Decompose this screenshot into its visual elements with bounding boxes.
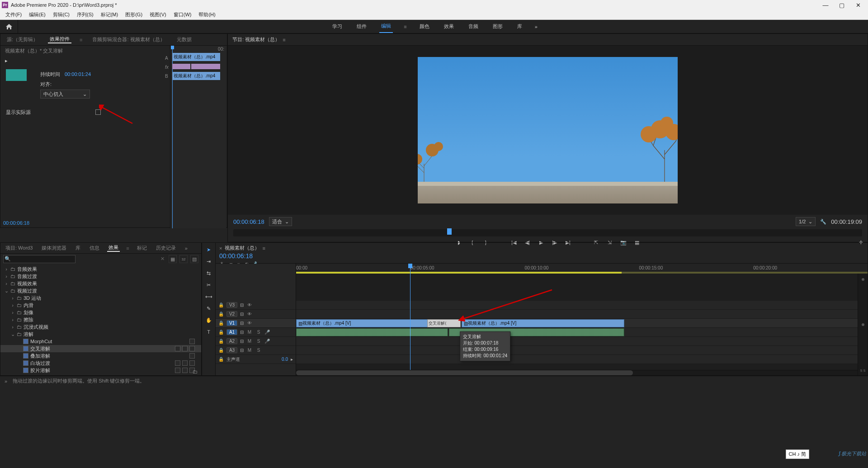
- align-dropdown[interactable]: 中心切入⌄: [40, 90, 90, 99]
- workspace-tab-音频[interactable]: 音频: [467, 20, 480, 33]
- workspace-tab-效果[interactable]: 效果: [442, 20, 456, 33]
- badge-filter-3[interactable]: ▧: [190, 255, 198, 263]
- track-v2[interactable]: V2: [226, 311, 237, 317]
- source-tab-1[interactable]: 效果控件: [48, 36, 71, 43]
- track-master[interactable]: 主声道: [226, 356, 240, 363]
- workspace-tab-库[interactable]: 库: [515, 20, 524, 33]
- menu-文件(F)[interactable]: 文件(F): [2, 11, 25, 18]
- ripple-tool-icon[interactable]: ⇆: [205, 269, 213, 277]
- project-tab-3[interactable]: 信息: [88, 245, 101, 251]
- new-bin-icon[interactable]: 🗀: [193, 369, 198, 374]
- menu-视图(V)[interactable]: 视图(V): [146, 11, 170, 18]
- master-value[interactable]: 0.0: [282, 357, 288, 362]
- menu-帮助(H)[interactable]: 帮助(H): [195, 11, 219, 18]
- effects-search-input[interactable]: [3, 255, 75, 263]
- pen-tool-icon[interactable]: ✎: [205, 304, 213, 312]
- effects-item-沉浸式视频[interactable]: ›🗀沉浸式视频: [0, 323, 201, 331]
- zoom-dropdown[interactable]: 1/2⌄: [796, 217, 816, 226]
- menu-窗口(W)[interactable]: 窗口(W): [170, 11, 195, 18]
- source-tab-3[interactable]: 元数据: [175, 36, 193, 43]
- track-v3[interactable]: V3: [226, 302, 237, 308]
- effects-item-胶片溶解[interactable]: 胶片溶解: [0, 367, 201, 374]
- status-chevrons[interactable]: »: [5, 378, 7, 384]
- menu-剪辑(C)[interactable]: 剪辑(C): [49, 11, 73, 18]
- program-monitor-view[interactable]: [228, 46, 868, 215]
- clip-a1-a[interactable]: [296, 328, 448, 336]
- project-tab-0[interactable]: 项目: Word3: [4, 245, 34, 251]
- workspace-tab-编辑[interactable]: 编辑: [379, 20, 393, 33]
- track-a3[interactable]: A3: [226, 347, 237, 353]
- project-tab-2[interactable]: 库: [74, 245, 82, 251]
- menu-标记(M)[interactable]: 标记(M): [97, 11, 122, 18]
- workspace-tab-组件[interactable]: 组件: [355, 20, 368, 33]
- menu-图形(G)[interactable]: 图形(G): [122, 11, 146, 18]
- badge-filter-2[interactable]: 32: [179, 255, 188, 263]
- timeline-tc[interactable]: 00:00:06:18: [219, 252, 864, 260]
- type-tool-icon[interactable]: T: [205, 328, 213, 336]
- project-tab-4[interactable]: 效果: [107, 244, 120, 252]
- effects-item-划像[interactable]: ›🗀划像: [0, 309, 201, 316]
- track-a1[interactable]: A1: [226, 329, 237, 335]
- effects-item-溶解[interactable]: ⌄🗀溶解: [0, 331, 201, 338]
- project-tab-1[interactable]: 媒体浏览器: [40, 245, 68, 251]
- effects-item-3D 运动[interactable]: ›🗀3D 运动: [0, 294, 201, 302]
- track-v1[interactable]: V1: [226, 320, 237, 326]
- clip-v1-b[interactable]: ▧ 视频素材（总）.mp4 [V]: [462, 319, 624, 327]
- mini-clip-a[interactable]: 视频素材（总）.mp4: [172, 53, 220, 61]
- hand-tool-icon[interactable]: ✋: [205, 316, 213, 324]
- source-tab-0[interactable]: 源:（无剪辑）: [5, 36, 40, 43]
- home-button[interactable]: [0, 20, 18, 33]
- program-tab[interactable]: 节目: 视频素材（总）≡: [228, 34, 868, 46]
- timeline-zoom-handle[interactable]: [296, 370, 633, 375]
- menu-序列(S)[interactable]: 序列(S): [73, 11, 97, 18]
- mini-fx-a[interactable]: [172, 64, 190, 69]
- track-select-tool-icon[interactable]: ⇥: [205, 257, 213, 265]
- effects-item-叠加溶解[interactable]: 叠加溶解: [0, 352, 201, 359]
- effects-item-擦除[interactable]: ›🗀擦除: [0, 316, 201, 323]
- window-maximize[interactable]: ▢: [834, 0, 850, 9]
- project-tab-5[interactable]: 标记: [136, 245, 148, 251]
- program-tc-right[interactable]: 00:00:19:09: [831, 218, 862, 225]
- effect-controls-tc[interactable]: 00:00:06:18: [3, 220, 29, 226]
- window-minimize[interactable]: —: [817, 0, 834, 9]
- effects-item-视频过渡[interactable]: ⌄🗀视频过渡: [0, 287, 201, 294]
- track-a2[interactable]: A2: [226, 338, 237, 344]
- wrench-icon[interactable]: 🔧: [820, 219, 826, 225]
- program-scrubber[interactable]: [233, 229, 862, 236]
- effects-item-MorphCut[interactable]: MorphCut: [0, 338, 201, 345]
- workspace-tab-学习[interactable]: 学习: [330, 20, 344, 33]
- clip-v1-a[interactable]: ▧ 视频素材（总）.mp4 [V]: [296, 319, 429, 327]
- track-a3-lane: [296, 346, 868, 355]
- effects-item-内滑[interactable]: ›🗀内滑: [0, 302, 201, 309]
- show-actual-source-checkbox[interactable]: [95, 109, 101, 115]
- track-v2-lane: [296, 310, 868, 319]
- effects-item-音频效果[interactable]: ›🗀音频效果: [0, 265, 201, 273]
- effects-item-交叉溶解[interactable]: 交叉溶解: [0, 345, 201, 352]
- source-tab-2[interactable]: 音频剪辑混合器: 视频素材（总）: [90, 36, 166, 43]
- effects-tree[interactable]: ›🗀音频效果›🗀音频过渡›🗀视频效果⌄🗀视频过渡›🗀3D 运动›🗀内滑›🗀划像›…: [0, 265, 201, 375]
- selection-tool-icon[interactable]: ➤: [205, 246, 213, 254]
- timeline-ruler[interactable]: 00:0000:00:05:0000:00:10:0000:00:15:0000…: [296, 264, 868, 273]
- workspace-tab-图形[interactable]: 图形: [491, 20, 505, 33]
- timeline-tracks[interactable]: 00:0000:00:05:0000:00:10:0000:00:15:0000…: [296, 264, 868, 375]
- mini-clip-b[interactable]: 视频素材（总）.mp4: [172, 72, 220, 80]
- razor-tool-icon[interactable]: ✂: [205, 281, 213, 289]
- workspace-tab-颜色[interactable]: 颜色: [418, 20, 431, 33]
- slip-tool-icon[interactable]: ⟷: [205, 293, 213, 301]
- fit-dropdown[interactable]: 适合⌄: [269, 217, 292, 226]
- duration-value[interactable]: 00:00:01:24: [65, 71, 91, 77]
- sequence-tab[interactable]: 视频素材（总）: [225, 245, 259, 251]
- workspace-more[interactable]: »: [535, 24, 538, 29]
- project-tab-6[interactable]: 历史记录: [155, 245, 177, 251]
- menu-编辑(E)[interactable]: 编辑(E): [25, 11, 49, 18]
- effects-item-视频效果[interactable]: ›🗀视频效果: [0, 280, 201, 287]
- effects-item-音频过渡[interactable]: ›🗀音频过渡: [0, 273, 201, 280]
- project-tab-more[interactable]: »: [184, 246, 189, 251]
- effects-item-白场过渡[interactable]: 白场过渡: [0, 359, 201, 367]
- project-panel: 项目: Word3媒体浏览器库信息效果≡标记历史记录» 🔍 ✕ ▦ 32 ▧ ›…: [0, 242, 202, 376]
- program-tc-left[interactable]: 00:00:06:18: [233, 218, 264, 225]
- transition-v1[interactable]: 交叉溶解⟨: [427, 319, 461, 327]
- badge-filter-1[interactable]: ▦: [169, 255, 177, 263]
- window-close[interactable]: ✕: [850, 0, 866, 9]
- mini-fx-b[interactable]: [191, 64, 220, 69]
